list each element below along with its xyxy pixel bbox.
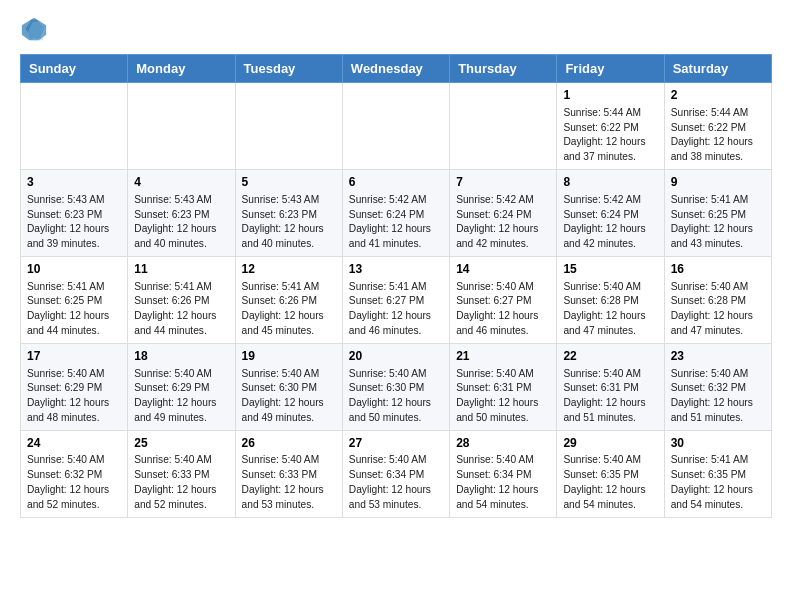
day-number: 7 [456, 174, 550, 191]
day-cell [342, 83, 449, 170]
day-cell: 13Sunrise: 5:41 AM Sunset: 6:27 PM Dayli… [342, 256, 449, 343]
day-info: Sunrise: 5:40 AM Sunset: 6:31 PM Dayligh… [456, 367, 550, 426]
day-cell: 26Sunrise: 5:40 AM Sunset: 6:33 PM Dayli… [235, 430, 342, 517]
day-number: 14 [456, 261, 550, 278]
day-cell: 3Sunrise: 5:43 AM Sunset: 6:23 PM Daylig… [21, 169, 128, 256]
day-cell: 23Sunrise: 5:40 AM Sunset: 6:32 PM Dayli… [664, 343, 771, 430]
day-number: 30 [671, 435, 765, 452]
day-info: Sunrise: 5:40 AM Sunset: 6:29 PM Dayligh… [27, 367, 121, 426]
day-info: Sunrise: 5:41 AM Sunset: 6:27 PM Dayligh… [349, 280, 443, 339]
day-number: 3 [27, 174, 121, 191]
day-cell: 4Sunrise: 5:43 AM Sunset: 6:23 PM Daylig… [128, 169, 235, 256]
day-info: Sunrise: 5:40 AM Sunset: 6:35 PM Dayligh… [563, 453, 657, 512]
calendar-body: 1Sunrise: 5:44 AM Sunset: 6:22 PM Daylig… [21, 83, 772, 518]
day-number: 13 [349, 261, 443, 278]
day-number: 26 [242, 435, 336, 452]
day-number: 27 [349, 435, 443, 452]
day-number: 9 [671, 174, 765, 191]
header-cell-wednesday: Wednesday [342, 55, 449, 83]
day-info: Sunrise: 5:41 AM Sunset: 6:26 PM Dayligh… [242, 280, 336, 339]
day-cell: 11Sunrise: 5:41 AM Sunset: 6:26 PM Dayli… [128, 256, 235, 343]
day-info: Sunrise: 5:40 AM Sunset: 6:32 PM Dayligh… [671, 367, 765, 426]
day-info: Sunrise: 5:40 AM Sunset: 6:34 PM Dayligh… [349, 453, 443, 512]
day-cell: 27Sunrise: 5:40 AM Sunset: 6:34 PM Dayli… [342, 430, 449, 517]
day-cell [128, 83, 235, 170]
day-number: 4 [134, 174, 228, 191]
day-info: Sunrise: 5:40 AM Sunset: 6:31 PM Dayligh… [563, 367, 657, 426]
day-cell: 2Sunrise: 5:44 AM Sunset: 6:22 PM Daylig… [664, 83, 771, 170]
day-info: Sunrise: 5:40 AM Sunset: 6:32 PM Dayligh… [27, 453, 121, 512]
day-cell: 16Sunrise: 5:40 AM Sunset: 6:28 PM Dayli… [664, 256, 771, 343]
week-row-5: 24Sunrise: 5:40 AM Sunset: 6:32 PM Dayli… [21, 430, 772, 517]
day-cell: 15Sunrise: 5:40 AM Sunset: 6:28 PM Dayli… [557, 256, 664, 343]
day-cell: 24Sunrise: 5:40 AM Sunset: 6:32 PM Dayli… [21, 430, 128, 517]
day-cell: 28Sunrise: 5:40 AM Sunset: 6:34 PM Dayli… [450, 430, 557, 517]
day-cell [21, 83, 128, 170]
day-number: 18 [134, 348, 228, 365]
calendar-header: SundayMondayTuesdayWednesdayThursdayFrid… [21, 55, 772, 83]
day-cell: 8Sunrise: 5:42 AM Sunset: 6:24 PM Daylig… [557, 169, 664, 256]
day-cell: 6Sunrise: 5:42 AM Sunset: 6:24 PM Daylig… [342, 169, 449, 256]
day-number: 29 [563, 435, 657, 452]
day-cell: 25Sunrise: 5:40 AM Sunset: 6:33 PM Dayli… [128, 430, 235, 517]
day-number: 23 [671, 348, 765, 365]
day-cell: 30Sunrise: 5:41 AM Sunset: 6:35 PM Dayli… [664, 430, 771, 517]
day-info: Sunrise: 5:43 AM Sunset: 6:23 PM Dayligh… [27, 193, 121, 252]
day-cell: 1Sunrise: 5:44 AM Sunset: 6:22 PM Daylig… [557, 83, 664, 170]
day-info: Sunrise: 5:42 AM Sunset: 6:24 PM Dayligh… [456, 193, 550, 252]
day-info: Sunrise: 5:42 AM Sunset: 6:24 PM Dayligh… [563, 193, 657, 252]
day-number: 11 [134, 261, 228, 278]
day-info: Sunrise: 5:44 AM Sunset: 6:22 PM Dayligh… [563, 106, 657, 165]
day-cell: 9Sunrise: 5:41 AM Sunset: 6:25 PM Daylig… [664, 169, 771, 256]
day-number: 12 [242, 261, 336, 278]
day-info: Sunrise: 5:43 AM Sunset: 6:23 PM Dayligh… [134, 193, 228, 252]
week-row-3: 10Sunrise: 5:41 AM Sunset: 6:25 PM Dayli… [21, 256, 772, 343]
day-info: Sunrise: 5:43 AM Sunset: 6:23 PM Dayligh… [242, 193, 336, 252]
day-info: Sunrise: 5:42 AM Sunset: 6:24 PM Dayligh… [349, 193, 443, 252]
day-info: Sunrise: 5:40 AM Sunset: 6:28 PM Dayligh… [563, 280, 657, 339]
week-row-4: 17Sunrise: 5:40 AM Sunset: 6:29 PM Dayli… [21, 343, 772, 430]
day-cell: 29Sunrise: 5:40 AM Sunset: 6:35 PM Dayli… [557, 430, 664, 517]
day-number: 25 [134, 435, 228, 452]
page-container: SundayMondayTuesdayWednesdayThursdayFrid… [0, 0, 792, 534]
calendar: SundayMondayTuesdayWednesdayThursdayFrid… [20, 54, 772, 518]
header-row: SundayMondayTuesdayWednesdayThursdayFrid… [21, 55, 772, 83]
day-number: 21 [456, 348, 550, 365]
day-number: 15 [563, 261, 657, 278]
day-number: 5 [242, 174, 336, 191]
day-info: Sunrise: 5:40 AM Sunset: 6:28 PM Dayligh… [671, 280, 765, 339]
header-cell-saturday: Saturday [664, 55, 771, 83]
day-cell: 21Sunrise: 5:40 AM Sunset: 6:31 PM Dayli… [450, 343, 557, 430]
day-info: Sunrise: 5:40 AM Sunset: 6:34 PM Dayligh… [456, 453, 550, 512]
day-number: 20 [349, 348, 443, 365]
header-cell-thursday: Thursday [450, 55, 557, 83]
day-cell [235, 83, 342, 170]
day-number: 19 [242, 348, 336, 365]
logo-icon [20, 16, 48, 44]
day-info: Sunrise: 5:41 AM Sunset: 6:35 PM Dayligh… [671, 453, 765, 512]
day-cell: 19Sunrise: 5:40 AM Sunset: 6:30 PM Dayli… [235, 343, 342, 430]
day-cell: 22Sunrise: 5:40 AM Sunset: 6:31 PM Dayli… [557, 343, 664, 430]
day-cell: 20Sunrise: 5:40 AM Sunset: 6:30 PM Dayli… [342, 343, 449, 430]
day-number: 2 [671, 87, 765, 104]
header-cell-sunday: Sunday [21, 55, 128, 83]
day-info: Sunrise: 5:40 AM Sunset: 6:33 PM Dayligh… [134, 453, 228, 512]
header [20, 16, 772, 44]
day-info: Sunrise: 5:40 AM Sunset: 6:33 PM Dayligh… [242, 453, 336, 512]
day-info: Sunrise: 5:40 AM Sunset: 6:29 PM Dayligh… [134, 367, 228, 426]
day-info: Sunrise: 5:40 AM Sunset: 6:30 PM Dayligh… [242, 367, 336, 426]
day-cell: 17Sunrise: 5:40 AM Sunset: 6:29 PM Dayli… [21, 343, 128, 430]
day-info: Sunrise: 5:41 AM Sunset: 6:26 PM Dayligh… [134, 280, 228, 339]
logo [20, 16, 50, 44]
day-number: 24 [27, 435, 121, 452]
day-info: Sunrise: 5:41 AM Sunset: 6:25 PM Dayligh… [671, 193, 765, 252]
day-info: Sunrise: 5:44 AM Sunset: 6:22 PM Dayligh… [671, 106, 765, 165]
day-cell: 10Sunrise: 5:41 AM Sunset: 6:25 PM Dayli… [21, 256, 128, 343]
day-number: 28 [456, 435, 550, 452]
day-number: 10 [27, 261, 121, 278]
header-cell-monday: Monday [128, 55, 235, 83]
day-cell [450, 83, 557, 170]
day-number: 17 [27, 348, 121, 365]
day-info: Sunrise: 5:40 AM Sunset: 6:27 PM Dayligh… [456, 280, 550, 339]
day-number: 16 [671, 261, 765, 278]
